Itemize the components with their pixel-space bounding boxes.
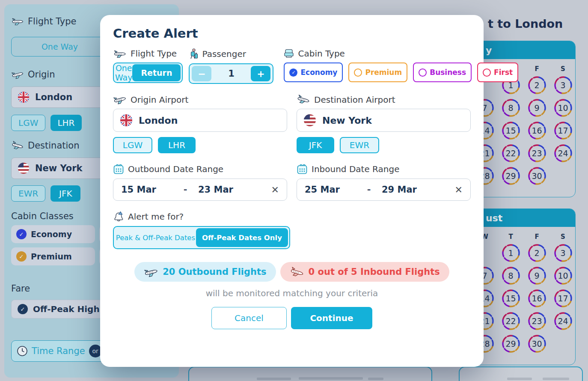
cabin-option-economy[interactable]: ✓Economy (284, 63, 343, 82)
calendar-day[interactable]: 24 (550, 310, 576, 332)
calendar-day[interactable]: 22 (498, 142, 524, 164)
chip-lhr[interactable]: LHR (158, 137, 196, 153)
passenger-icon (189, 48, 198, 60)
outbound-start-date: 15 Mar (121, 185, 172, 195)
radio-icon: ✓ (289, 68, 297, 77)
modal-title: Create Alert (113, 26, 471, 41)
check-circle-icon: ✓ (16, 251, 27, 262)
us-flag-icon (303, 114, 316, 127)
calendar-day[interactable]: 16 (524, 119, 550, 142)
sidebar-cabin-chip[interactable]: ✓Economy (11, 225, 95, 243)
dimmed-text-artifact (543, 378, 569, 380)
calendar-day[interactable]: 8 (498, 96, 524, 119)
cabin-option-business[interactable]: Business (413, 63, 472, 82)
calendar-day[interactable]: 10 (550, 96, 576, 119)
calendar-day[interactable]: 10 (550, 264, 576, 287)
calendar-day[interactable]: 2 (524, 74, 550, 96)
calendar-day[interactable]: 30 (524, 164, 550, 187)
calendar-day[interactable]: 17 (550, 119, 576, 142)
cabin-option-label: Economy (300, 68, 337, 77)
sidebar-chip-lhr[interactable]: LHR (50, 115, 81, 131)
uk-flag-icon (18, 91, 30, 103)
cabin-option-label: First (494, 68, 513, 77)
inbound-date-label: Inbound Date Range (297, 164, 471, 175)
calendar-day[interactable]: 3 (550, 74, 576, 96)
sidebar-cabin-chip[interactable]: ✓Premium (11, 247, 95, 265)
origin-airport-input[interactable]: London (113, 109, 287, 132)
outbound-date-label: Outbound Date Range (113, 164, 287, 175)
radio-icon (419, 68, 427, 77)
sidebar-chip-ewr[interactable]: EWR (11, 185, 45, 202)
monitoring-note: will be monitored matching your criteria (113, 288, 471, 298)
chip-lgw[interactable]: LGW (113, 137, 152, 153)
calendar-day[interactable]: 30 (524, 332, 550, 355)
outbound-flights-badge: 20 Outbound Flights (134, 262, 276, 282)
offpeak-only-option[interactable]: Off-Peak Dates Only (196, 228, 288, 247)
radio-icon (483, 68, 491, 77)
calendar-day[interactable]: 29 (498, 164, 524, 187)
cancel-button[interactable]: Cancel (211, 307, 287, 329)
outbound-clear-icon[interactable]: ✕ (271, 185, 279, 195)
inbound-date-range-input[interactable]: 25 Mar - 29 Mar ✕ (297, 179, 471, 201)
alert-scope-toggle[interactable]: Peak & Off-Peak Dates Off-Peak Dates Onl… (113, 226, 290, 249)
sidebar-chip-jfk[interactable]: JFK (50, 185, 80, 202)
destination-airport-label: Destination Airport (297, 94, 471, 105)
plane-takeoff-icon (10, 68, 25, 81)
calendar-day[interactable]: 17 (550, 287, 576, 310)
calendar-day[interactable]: 2 (524, 241, 550, 264)
plane-landing-icon (10, 139, 25, 152)
dimmed-text-artifact (299, 377, 363, 380)
continue-button[interactable]: Continue (291, 307, 372, 329)
calendar-day[interactable]: 29 (498, 332, 524, 355)
sidebar-destination-label: Destination (11, 140, 80, 151)
calendar-day[interactable]: 9 (524, 96, 550, 119)
cabin-option-label: Premium (365, 68, 402, 77)
calendar-day[interactable]: 8 (498, 264, 524, 287)
flight-type-label: Flight Type (113, 48, 183, 59)
calendar-day[interactable]: 24 (550, 142, 576, 164)
passenger-minus-button[interactable]: − (192, 66, 211, 81)
sidebar-chip-lgw[interactable]: LGW (11, 115, 45, 131)
plane-takeoff-icon (112, 93, 128, 107)
calendar-day[interactable]: 23 (524, 142, 550, 164)
check-circle-icon: ✓ (18, 304, 28, 314)
peak-and-offpeak-option[interactable]: Peak & Off-Peak Dates (115, 234, 196, 242)
alert-me-label: Alert me for? (113, 211, 471, 222)
page-title: t to London (488, 17, 563, 30)
sidebar-cabin-label: Premium (31, 252, 72, 261)
cabin-option-label: Business (430, 68, 466, 77)
outbound-date-range-input[interactable]: 15 Mar - 23 Mar ✕ (113, 179, 287, 201)
calendar-day[interactable]: 15 (498, 287, 524, 310)
cabin-option-premium[interactable]: Premium (348, 63, 407, 82)
destination-airport-input[interactable]: New York (297, 109, 471, 132)
cabin-type-label: Cabin Type (284, 48, 518, 59)
chip-ewr[interactable]: EWR (340, 137, 379, 153)
plane-icon (113, 49, 127, 59)
create-alert-modal: Create Alert Flight Type One Way Return … (100, 15, 484, 367)
calendar-day[interactable]: 9 (524, 264, 550, 287)
calendar-icon (297, 164, 308, 175)
sidebar-destination-chips: EWR JFK (11, 185, 80, 202)
inbound-clear-icon[interactable]: ✕ (455, 185, 463, 195)
flight-type-toggle[interactable]: One Way Return (113, 63, 183, 83)
calendar-day-header: F (524, 233, 550, 241)
dimmed-text-artifact (257, 378, 291, 380)
sidebar-flight-type-label: Flight Type (11, 16, 77, 27)
passenger-count: 1 (211, 68, 251, 79)
plane-icon (11, 17, 24, 26)
inbound-flights-badge: 0 out of 5 Inbound Flights (280, 262, 449, 282)
calendar-day[interactable]: 1 (498, 241, 524, 264)
origin-airport-label: Origin Airport (113, 94, 287, 105)
calendar-day[interactable]: 16 (524, 287, 550, 310)
calendar-day[interactable]: 22 (498, 310, 524, 332)
sidebar-destination-city: New York (35, 163, 83, 173)
one-way-option[interactable]: One Way (115, 63, 132, 82)
chip-jfk[interactable]: JFK (297, 137, 334, 153)
return-option[interactable]: Return (132, 64, 181, 81)
calendar-day[interactable]: 3 (550, 241, 576, 264)
passenger-plus-button[interactable]: + (251, 66, 270, 81)
calendar-day[interactable]: 23 (524, 310, 550, 332)
cabin-option-first[interactable]: First (477, 63, 518, 82)
sidebar-one-way-option[interactable]: One Way (13, 42, 107, 51)
calendar-day[interactable]: 15 (498, 119, 524, 142)
